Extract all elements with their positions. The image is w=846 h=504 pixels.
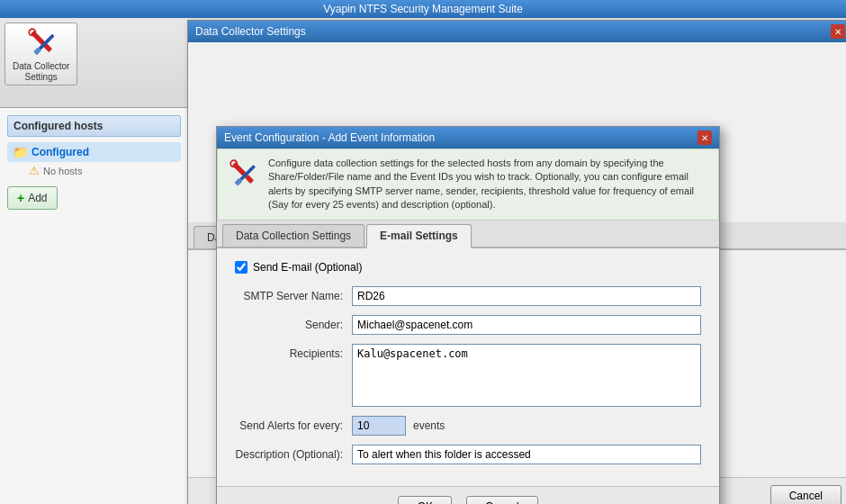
send-alerts-label: Send Alerts for every: (235, 416, 352, 432)
tab-email-settings[interactable]: E-mail Settings (366, 224, 472, 248)
send-alerts-group: Send Alerts for every: events (235, 416, 701, 436)
send-alerts-inline: events (352, 416, 445, 436)
data-collector-icon (23, 25, 59, 58)
banner-tools-icon (227, 157, 259, 212)
sender-input[interactable] (352, 315, 701, 335)
smtp-label: SMTP Server Name: (235, 286, 352, 302)
plus-icon: + (17, 191, 24, 205)
send-email-checkbox[interactable] (235, 261, 248, 274)
cancel-button[interactable]: Cancel (466, 496, 537, 504)
ok-button[interactable]: OK (398, 496, 452, 504)
send-email-label: Send E-mail (Optional) (253, 261, 362, 274)
panel-section-title: Configured hosts (7, 115, 181, 137)
tree-child-item: ⚠ No hosts (7, 162, 181, 177)
form-content: Send E-mail (Optional) SMTP Server Name:… (217, 248, 719, 486)
section-title-text: Configured hosts (14, 120, 103, 132)
data-collector-btn[interactable]: Data Collector Settings (4, 22, 77, 86)
tree-folder-icon: 📁 (13, 145, 28, 159)
app-titlebar: Vyapin NTFS Security Management Suite (0, 0, 846, 18)
event-dialog-close[interactable]: ✕ (698, 130, 712, 145)
no-hosts-text: No hosts (43, 166, 82, 176)
warning-icon: ⚠ (29, 164, 40, 177)
add-button[interactable]: + Add (7, 186, 58, 210)
main-content: Data Collector Settings ✕ Data Collectio… (189, 108, 846, 504)
description-input[interactable] (352, 445, 701, 464)
description-group: Description (Optional): (235, 445, 701, 464)
info-banner-text: Configure data collection settings for t… (268, 157, 709, 212)
ribbon-btn-label: Data Collector Settings (13, 61, 69, 83)
content-area: Configured hosts 📁 Configured ⚠ No hosts… (0, 108, 846, 504)
tab-data-collection[interactable]: Data Collection Settings (222, 224, 364, 247)
smtp-server-group: SMTP Server Name: (235, 286, 701, 306)
bg-dialog-title: Data Collector Settings (195, 25, 306, 38)
tree-configured-item[interactable]: 📁 Configured (7, 142, 181, 162)
event-dialog-titlebar: Event Configuration - Add Event Informat… (217, 127, 719, 148)
bg-cancel-button[interactable]: Cancel (770, 485, 842, 504)
recipients-group: Recipients: (235, 344, 701, 407)
recipients-label: Recipients: (235, 344, 352, 360)
smtp-input[interactable] (352, 286, 701, 306)
recipients-textarea[interactable] (352, 344, 701, 407)
send-alerts-input[interactable] (352, 416, 406, 436)
bg-dialog-titlebar: Data Collector Settings ✕ (188, 21, 846, 42)
sender-label: Sender: (235, 315, 352, 331)
send-email-row: Send E-mail (Optional) (235, 261, 701, 274)
event-dialog-footer: OK Cancel (217, 486, 719, 504)
event-dialog-title: Event Configuration - Add Event Informat… (224, 131, 435, 144)
left-panel: Configured hosts 📁 Configured ⚠ No hosts… (0, 108, 189, 504)
events-suffix: events (413, 419, 445, 432)
description-label: Description (Optional): (235, 445, 352, 461)
bg-dialog-close[interactable]: ✕ (831, 24, 845, 39)
add-btn-label: Add (28, 192, 47, 204)
event-dialog: Event Configuration - Add Event Informat… (216, 126, 720, 504)
sender-group: Sender: (235, 315, 701, 335)
app-title: Vyapin NTFS Security Management Suite (323, 3, 523, 15)
info-banner: Configure data collection settings for t… (217, 148, 719, 220)
event-tab-bar: Data Collection Settings E-mail Settings (217, 220, 719, 248)
tree-item-label: Configured (32, 146, 89, 158)
